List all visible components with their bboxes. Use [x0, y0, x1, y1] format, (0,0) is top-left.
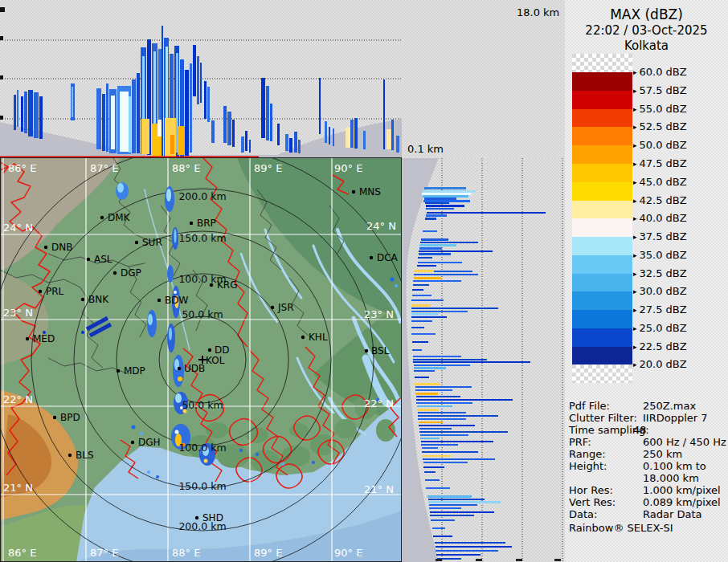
- scale-label: ▸57.5 dBZ: [633, 84, 687, 97]
- center-station-label: KOL: [206, 355, 225, 366]
- svg-text:KRG: KRG: [217, 279, 238, 291]
- metadata-row: PRF:600 Hz / 450 Hz: [0, 436, 728, 448]
- scale-tick-icon: ▸: [633, 251, 637, 259]
- scale-label: ▸27.5 dBZ: [633, 303, 687, 316]
- product-datetime: 22:02 / 03-Oct-2025: [565, 23, 728, 38]
- svg-text:PRL: PRL: [46, 286, 64, 297]
- scale-label: ▸22.5 dBZ: [633, 340, 687, 353]
- metadata-row: Hor Res:1.000 km/pixel: [0, 484, 728, 496]
- svg-text:86° E: 86° E: [8, 162, 36, 174]
- svg-text:MNS: MNS: [359, 186, 381, 198]
- svg-text:50.0 km: 50.0 km: [182, 308, 223, 320]
- scale-tick-icon: ▸: [633, 197, 637, 205]
- scale-cell-below-min: [572, 364, 632, 383]
- svg-text:86° E: 86° E: [8, 547, 36, 559]
- scale-cell: [572, 310, 632, 328]
- svg-text:DNB: DNB: [51, 242, 72, 253]
- metadata-row: Range:250 km: [0, 448, 728, 460]
- scale-tick-icon: ▸: [633, 360, 637, 369]
- scale-tick-icon: ▸: [633, 270, 637, 278]
- scale-cell: [572, 328, 632, 347]
- scale-label: ▸25.0 dBZ: [633, 322, 687, 335]
- scale-cell: [572, 218, 632, 237]
- scale-tick-icon: ▸: [633, 87, 637, 95]
- metadata-row: Pdf File:250Z.max: [0, 400, 728, 412]
- svg-text:BNK: BNK: [88, 294, 109, 305]
- svg-text:24° N: 24° N: [3, 222, 33, 234]
- svg-text:87° E: 87° E: [90, 547, 118, 559]
- scale-label: ▸45.0 dBZ: [633, 176, 687, 189]
- svg-text:88° E: 88° E: [172, 547, 200, 559]
- top-cross-section-plot: [0, 0, 402, 158]
- scale-label: ▸50.0 dBZ: [633, 139, 687, 152]
- height-axis-min-label: 0.1 km: [407, 143, 444, 155]
- metadata-row: 18.000 km: [0, 472, 728, 484]
- radar-display-window: 18.0 km 0.1 km: [0, 0, 728, 562]
- metadata-row: Vert Res:0.089 km/pixel: [0, 496, 728, 508]
- scale-label: ▸55.0 dBZ: [633, 103, 687, 116]
- svg-text:89° E: 89° E: [254, 547, 282, 559]
- scale-tick-icon: ▸: [633, 160, 637, 168]
- svg-text:DCA: DCA: [377, 252, 399, 263]
- scale-tick-icon: ▸: [633, 178, 637, 186]
- scale-cell: [572, 237, 632, 255]
- scale-label: ▸37.5 dBZ: [633, 230, 687, 243]
- svg-text:24° N: 24° N: [366, 220, 396, 232]
- metadata-row: Data:Radar Data: [0, 508, 728, 520]
- scale-cell: [572, 182, 632, 201]
- svg-text:150.0 km: 150.0 km: [178, 232, 226, 244]
- svg-text:MDP: MDP: [124, 365, 145, 377]
- metadata-row: Height:0.100 km to: [0, 460, 728, 472]
- svg-text:BSL: BSL: [371, 345, 390, 356]
- svg-text:BRP: BRP: [197, 218, 216, 229]
- scale-cell: [572, 91, 632, 109]
- terrain-mask: [0, 119, 402, 158]
- svg-text:DGP: DGP: [121, 267, 141, 279]
- scale-tick-icon: ▸: [633, 343, 637, 351]
- svg-text:SUR: SUR: [142, 237, 162, 248]
- scale-tick-icon: ▸: [633, 233, 637, 241]
- station-name: Kolkata: [565, 39, 728, 53]
- scale-label: ▸52.5 dBZ: [633, 120, 687, 133]
- product-title: MAX (dBZ): [565, 6, 728, 22]
- svg-text:DMK: DMK: [108, 212, 131, 223]
- metadata-row: Clutter Filter:IIRDoppler 7: [0, 412, 728, 424]
- svg-text:23° N: 23° N: [3, 307, 33, 319]
- svg-text:BDW: BDW: [165, 295, 188, 306]
- scale-cell: [572, 274, 632, 291]
- scale-cell: [572, 255, 632, 274]
- svg-text:90° E: 90° E: [334, 162, 362, 174]
- scale-label: ▸60.0 dBZ: [633, 66, 687, 79]
- scale-cell-above-max: [572, 54, 632, 72]
- scale-tick-icon: ▸: [633, 287, 637, 295]
- scale-label: ▸20.0 dBZ: [633, 358, 687, 371]
- scale-cell: [572, 127, 632, 145]
- scale-label: ▸40.0 dBZ: [633, 212, 687, 225]
- height-axis-max-label: 18.0 km: [517, 6, 559, 18]
- software-branding: Rainbow® SELEX-SI: [0, 522, 728, 534]
- svg-text:MED: MED: [33, 333, 55, 344]
- svg-text:UDB: UDB: [184, 363, 205, 374]
- scale-tick-icon: ▸: [633, 68, 637, 76]
- scale-label: ▸32.5 dBZ: [633, 267, 687, 280]
- scale-tick-icon: ▸: [633, 123, 637, 131]
- svg-text:89° E: 89° E: [254, 162, 282, 174]
- scale-cell: [572, 72, 632, 91]
- svg-text:KHL: KHL: [309, 332, 328, 343]
- scale-label: ▸47.5 dBZ: [633, 157, 687, 170]
- scale-tick-icon: ▸: [633, 141, 637, 149]
- scale-cell: [572, 164, 632, 182]
- scale-label: ▸42.5 dBZ: [633, 194, 687, 207]
- metadata-row: Time sampling:48: [0, 424, 728, 436]
- scale-cell: [572, 347, 632, 364]
- scale-label: ▸30.0 dBZ: [633, 285, 687, 298]
- svg-text:DD: DD: [215, 344, 229, 356]
- svg-text:JSR: JSR: [277, 302, 294, 313]
- scale-cell: [572, 291, 632, 310]
- svg-text:90° E: 90° E: [334, 547, 362, 559]
- scale-tick-icon: ▸: [633, 324, 637, 332]
- svg-text:ASL: ASL: [94, 254, 112, 265]
- scale-tick-icon: ▸: [633, 306, 637, 314]
- scale-cell: [572, 201, 632, 218]
- svg-text:87° E: 87° E: [90, 162, 118, 174]
